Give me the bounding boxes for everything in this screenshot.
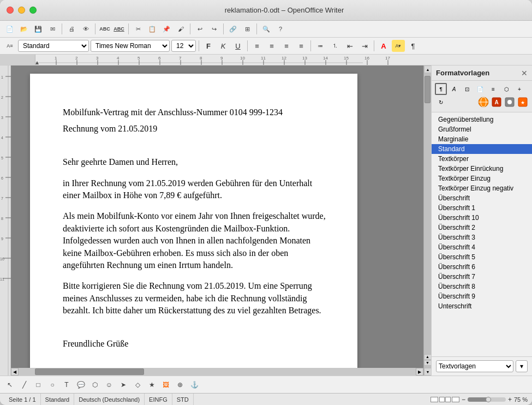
style-item-ueberschrift-2[interactable]: Überschrift 2 bbox=[432, 223, 532, 233]
print-btn[interactable]: 🖨 bbox=[65, 22, 78, 35]
scroll-left-btn[interactable]: ◀ bbox=[11, 368, 19, 376]
new-style-btn[interactable]: + bbox=[513, 83, 525, 95]
help-btn[interactable]: ? bbox=[274, 22, 287, 35]
sidebar-icon3[interactable] bbox=[504, 96, 516, 110]
anchor-tool[interactable]: ⚓ bbox=[188, 378, 201, 391]
bold-button[interactable]: F bbox=[202, 40, 215, 52]
scroll-up-btn[interactable]: ▲ bbox=[424, 65, 431, 73]
new-btn[interactable]: 📄 bbox=[3, 22, 16, 35]
fill-style-btn[interactable]: ⬡ bbox=[500, 83, 512, 95]
style-item-ueberschrift-3[interactable]: Überschrift 3 bbox=[432, 233, 532, 242]
scroll-page-down-btn[interactable]: ▼ bbox=[424, 360, 432, 366]
style-item-ueberschrift-9[interactable]: Überschrift 9 bbox=[432, 291, 532, 301]
style-item-ueberschrift-6[interactable]: Überschrift 6 bbox=[432, 262, 532, 272]
style-category-select[interactable]: Textvorlagen bbox=[436, 360, 513, 372]
minimize-button[interactable] bbox=[18, 7, 25, 14]
style-item-textkoerper-einzug[interactable]: Textkörper Einzug bbox=[432, 174, 532, 183]
callout-tool[interactable]: 💬 bbox=[74, 378, 87, 391]
style-item-grussformel[interactable]: Grußformel bbox=[432, 124, 532, 134]
gallery-icon[interactable] bbox=[477, 96, 489, 110]
scroll-page-up-btn[interactable]: ▲ bbox=[424, 354, 432, 360]
close-button[interactable] bbox=[7, 7, 14, 14]
style-item-ueberschrift-8[interactable]: Überschrift 8 bbox=[432, 282, 532, 291]
preview-btn[interactable]: 👁 bbox=[79, 22, 92, 35]
table-btn[interactable]: ⊞ bbox=[241, 22, 254, 35]
list-ordered[interactable]: ⒈ bbox=[328, 40, 342, 52]
view-book[interactable] bbox=[452, 397, 459, 402]
style-item-standard[interactable]: Standard bbox=[432, 144, 532, 154]
find-btn[interactable]: 🔍 bbox=[260, 22, 273, 35]
block-arrows[interactable]: ➤ bbox=[117, 378, 130, 391]
list-style-btn[interactable]: ≡ bbox=[487, 83, 499, 95]
paragraph-bg[interactable]: ¶ bbox=[407, 40, 420, 52]
scroll-thumb-vert[interactable] bbox=[425, 76, 431, 103]
format-paintbrush-btn[interactable]: 🖌 bbox=[174, 22, 187, 35]
autocorrect-btn[interactable]: ABC bbox=[112, 22, 125, 35]
zoom-out-btn[interactable]: − bbox=[462, 396, 465, 403]
maximize-button[interactable] bbox=[29, 7, 37, 14]
update-style-btn[interactable]: ↻ bbox=[435, 96, 447, 108]
char-style-btn[interactable]: A bbox=[448, 83, 460, 95]
align-right[interactable]: ≡ bbox=[280, 40, 293, 52]
select-tool[interactable]: ↖ bbox=[3, 378, 16, 391]
flowchart-tool[interactable]: ◇ bbox=[131, 378, 144, 391]
email-btn[interactable]: ✉ bbox=[46, 22, 59, 35]
style-item-ueberschrift[interactable]: Überschrift bbox=[432, 193, 532, 203]
copy-btn[interactable]: 📋 bbox=[146, 22, 159, 35]
styles-toggle[interactable]: A≡ bbox=[3, 39, 16, 52]
font-select[interactable]: Times New Roman bbox=[91, 40, 170, 52]
sidebar-icon2[interactable]: A bbox=[491, 96, 503, 110]
document-pages[interactable]: Mobilfunk-Vertrag mit der Anschluss-Numm… bbox=[11, 65, 423, 368]
save-btn[interactable]: 💾 bbox=[32, 22, 45, 35]
scroll-right-btn[interactable]: ▶ bbox=[416, 368, 423, 376]
align-center[interactable]: ≡ bbox=[265, 40, 278, 52]
style-item-ueberschrift-4[interactable]: Überschrift 4 bbox=[432, 242, 532, 252]
list-unordered[interactable]: ≔ bbox=[314, 40, 327, 52]
size-select[interactable]: 12 bbox=[171, 40, 196, 52]
redo-btn[interactable]: ↪ bbox=[207, 22, 220, 35]
style-item-marginalie[interactable]: Marginalie bbox=[432, 134, 532, 144]
insert-image-btn[interactable]: ⊕ bbox=[174, 378, 187, 391]
stars-tool[interactable]: ★ bbox=[145, 378, 158, 391]
outdent[interactable]: ⇤ bbox=[343, 40, 356, 52]
text-tool[interactable]: T bbox=[60, 378, 73, 391]
style-item-ueberschrift-5[interactable]: Überschrift 5 bbox=[432, 252, 532, 262]
font-color[interactable]: A bbox=[377, 40, 390, 52]
view-multi-page[interactable] bbox=[439, 397, 451, 402]
page-style-btn[interactable]: 📄 bbox=[474, 83, 486, 95]
style-item-ueberschrift-10[interactable]: Überschrift 10 bbox=[432, 213, 532, 223]
spellcheck-btn[interactable]: ABC bbox=[98, 22, 111, 35]
selection-mode[interactable]: STD bbox=[172, 394, 194, 405]
scroll-down-btn[interactable]: ▼ bbox=[424, 368, 431, 376]
shapes-tool[interactable]: ⬡ bbox=[88, 378, 101, 391]
zoom-in-btn[interactable]: + bbox=[508, 396, 512, 403]
align-left[interactable]: ≡ bbox=[250, 40, 264, 52]
align-justify[interactable]: ≡ bbox=[295, 40, 308, 52]
style-item-unterschrift[interactable]: Unterschrift bbox=[432, 301, 532, 311]
scroll-thumb-horiz[interactable] bbox=[35, 368, 144, 375]
style-select[interactable]: Standard bbox=[18, 40, 89, 52]
frame-style-btn[interactable]: ⊡ bbox=[461, 83, 473, 95]
undo-btn[interactable]: ↩ bbox=[193, 22, 206, 35]
style-item-textkoerper-einzug-negativ[interactable]: Textkörper Einzug negativ bbox=[432, 183, 532, 193]
sidebar-icon4[interactable]: ★ bbox=[517, 96, 529, 110]
style-item-gegenueberstellung[interactable]: Gegenüberstellung bbox=[432, 115, 532, 124]
para-style-btn[interactable]: ¶ bbox=[435, 83, 447, 95]
paste-btn[interactable]: 📌 bbox=[160, 22, 173, 35]
cut-btn[interactable]: ✂ bbox=[131, 22, 145, 35]
hyperlink-btn[interactable]: 🔗 bbox=[226, 22, 240, 35]
style-item-textkoerper-einrueckung[interactable]: Textkörper Einrückung bbox=[432, 164, 532, 174]
ellipse-tool[interactable]: ○ bbox=[46, 378, 59, 391]
zoom-slider-thumb[interactable] bbox=[486, 397, 491, 402]
line-tool[interactable]: ╱ bbox=[17, 378, 31, 391]
open-btn[interactable]: 📂 bbox=[17, 22, 31, 35]
sidebar-close-btn[interactable]: ✕ bbox=[521, 69, 528, 77]
rect-tool[interactable]: □ bbox=[32, 378, 45, 391]
insert-mode[interactable]: EINFG bbox=[145, 394, 172, 405]
italic-button[interactable]: K bbox=[217, 40, 230, 52]
underline-button[interactable]: U bbox=[231, 40, 244, 52]
style-dropdown-btn[interactable]: ▾ bbox=[516, 360, 528, 372]
style-item-ueberschrift-7[interactable]: Überschrift 7 bbox=[432, 272, 532, 282]
style-item-ueberschrift-1[interactable]: Überschrift 1 bbox=[432, 203, 532, 213]
indent[interactable]: ⇥ bbox=[358, 40, 371, 52]
